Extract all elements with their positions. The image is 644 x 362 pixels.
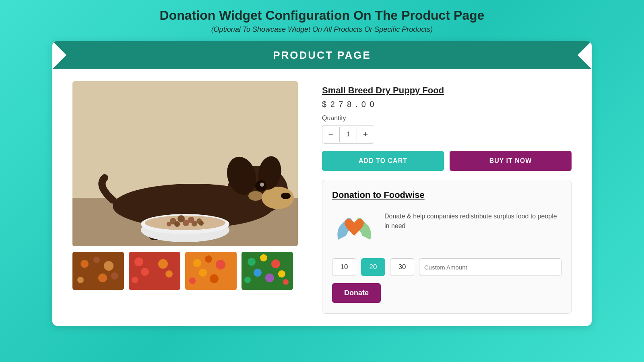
svg-point-53 bbox=[260, 254, 267, 261]
main-card: PRODUCT PAGE bbox=[52, 41, 592, 326]
svg-point-49 bbox=[223, 271, 230, 278]
svg-point-45 bbox=[205, 255, 212, 263]
dog-svg bbox=[72, 81, 298, 246]
donation-title: Donation to Foodwise bbox=[332, 190, 561, 200]
amount-10-button[interactable]: 10 bbox=[332, 258, 356, 276]
svg-point-42 bbox=[132, 277, 138, 283]
donation-amounts: 10 20 30 bbox=[332, 258, 561, 276]
svg-point-11 bbox=[281, 193, 291, 199]
svg-point-44 bbox=[193, 259, 201, 267]
svg-point-25 bbox=[167, 222, 171, 226]
svg-point-59 bbox=[283, 279, 289, 285]
svg-point-41 bbox=[165, 270, 173, 278]
svg-point-57 bbox=[278, 270, 285, 278]
svg-point-36 bbox=[134, 257, 143, 266]
svg-point-10 bbox=[260, 183, 264, 187]
donation-icon bbox=[332, 208, 376, 249]
donation-description: Donate & help companies redistribute sur… bbox=[384, 208, 561, 231]
svg-point-23 bbox=[183, 220, 189, 226]
thumbnail-2[interactable] bbox=[129, 252, 180, 290]
product-info: Small Breed Dry Puppy Food $ 2 7 8 . 0 0… bbox=[322, 81, 572, 314]
svg-point-48 bbox=[210, 274, 219, 283]
quantity-value: 1 bbox=[339, 127, 357, 142]
svg-point-52 bbox=[248, 258, 256, 266]
main-product-image bbox=[72, 81, 298, 246]
amount-20-button[interactable]: 20 bbox=[361, 258, 385, 276]
buy-it-now-button[interactable]: BUY IT NOW bbox=[450, 151, 572, 171]
product-name: Small Breed Dry Puppy Food bbox=[322, 85, 572, 96]
thumbnail-row bbox=[72, 252, 306, 290]
svg-point-58 bbox=[244, 277, 251, 283]
thumbnail-4[interactable] bbox=[242, 252, 293, 290]
page-title: Donation Widget Configuration On The Pro… bbox=[160, 8, 485, 23]
svg-point-12 bbox=[248, 191, 263, 201]
quantity-label: Quantity bbox=[322, 115, 572, 122]
donation-body: Donate & help companies redistribute sur… bbox=[332, 208, 561, 249]
svg-point-55 bbox=[254, 269, 262, 277]
product-page-banner: PRODUCT PAGE bbox=[52, 41, 592, 69]
quantity-increase-button[interactable]: + bbox=[357, 125, 374, 143]
action-buttons: ADD TO CART BUY IT NOW bbox=[322, 151, 572, 171]
thumbnail-1[interactable] bbox=[72, 252, 124, 290]
donate-button[interactable]: Donate bbox=[332, 283, 381, 303]
custom-amount-input[interactable] bbox=[419, 258, 561, 276]
svg-point-37 bbox=[147, 254, 155, 261]
svg-point-40 bbox=[153, 274, 161, 282]
svg-point-26 bbox=[199, 221, 204, 226]
svg-point-56 bbox=[265, 274, 274, 282]
svg-point-54 bbox=[271, 259, 280, 268]
quantity-control: − 1 + bbox=[322, 125, 374, 144]
product-layout: Small Breed Dry Puppy Food $ 2 7 8 . 0 0… bbox=[52, 81, 592, 314]
page-subtitle: (Optional To Showcase Widget On All Prod… bbox=[160, 25, 485, 34]
svg-point-50 bbox=[189, 278, 196, 284]
hands-heart-icon bbox=[332, 208, 376, 248]
svg-point-22 bbox=[174, 221, 180, 227]
svg-point-46 bbox=[216, 260, 225, 269]
page-header: Donation Widget Configuration On The Pro… bbox=[160, 8, 485, 34]
svg-point-28 bbox=[80, 260, 89, 268]
amount-30-button[interactable]: 30 bbox=[390, 258, 414, 276]
product-price: $ 2 7 8 . 0 0 bbox=[322, 100, 572, 109]
quantity-decrease-button[interactable]: − bbox=[322, 125, 339, 143]
thumbnail-3[interactable] bbox=[185, 252, 237, 290]
svg-rect-35 bbox=[129, 252, 180, 290]
svg-point-39 bbox=[141, 268, 149, 276]
svg-point-24 bbox=[192, 221, 197, 226]
product-images bbox=[72, 81, 306, 314]
svg-point-31 bbox=[87, 270, 94, 278]
svg-point-32 bbox=[98, 274, 107, 282]
svg-point-34 bbox=[111, 272, 118, 280]
add-to-cart-button[interactable]: ADD TO CART bbox=[322, 151, 444, 171]
svg-point-47 bbox=[199, 269, 207, 277]
svg-point-38 bbox=[158, 259, 168, 269]
svg-point-33 bbox=[77, 277, 84, 283]
svg-point-30 bbox=[104, 261, 114, 271]
banner-label: PRODUCT PAGE bbox=[273, 49, 371, 62]
donation-widget: Donation to Foodwise Donate & bbox=[322, 180, 572, 314]
svg-point-29 bbox=[93, 257, 100, 263]
